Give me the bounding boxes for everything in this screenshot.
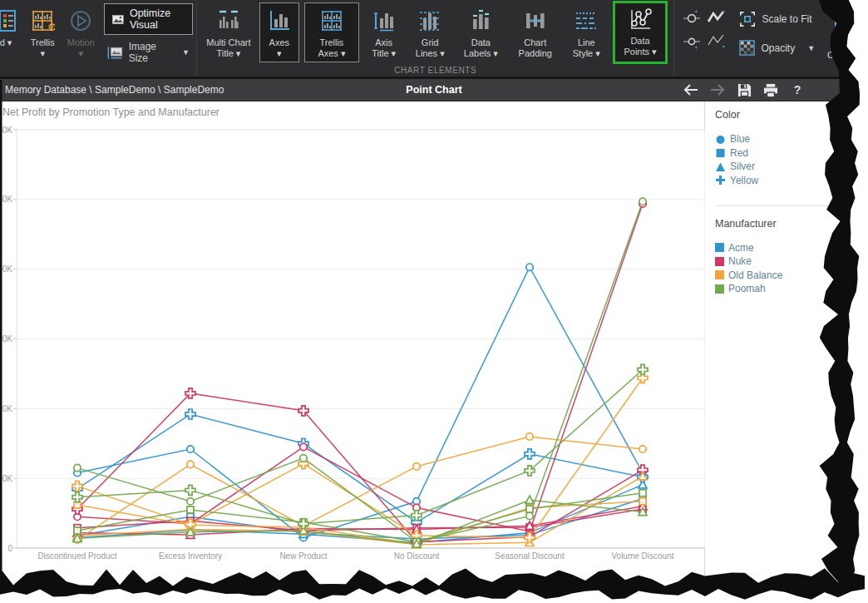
legend-item-acme[interactable]: Acme [715, 241, 868, 255]
svg-text:0: 0 [7, 544, 12, 553]
forward-arrow-icon [709, 83, 726, 96]
chart-canvas[interactable]: Net Profit by Promotion Type and Manufac… [0, 101, 705, 603]
print-button[interactable] [762, 82, 780, 98]
point-chart-plot[interactable]: 010K20K30K40K50K60KDiscontinued ProductE… [0, 123, 705, 579]
titlebar-actions: ? [682, 82, 868, 98]
toolbar-label: Line Style ▾ [569, 37, 604, 59]
svg-text:New Product: New Product [279, 551, 327, 561]
point-size-increase-button[interactable] [681, 7, 703, 27]
scale-to-fit-button[interactable]: Scale to Fit [734, 7, 820, 31]
data-points-icon [628, 7, 653, 32]
line-thicker-icon [707, 8, 727, 25]
save-button[interactable] [735, 82, 753, 98]
chevron-down-icon: ▼ [807, 44, 815, 52]
legend-label: Yellow [730, 175, 758, 186]
svg-text:Excess Inventory: Excess Inventory [159, 551, 222, 561]
legend-manufacturer-header: Manufacturer [715, 218, 868, 230]
toolbar-item-axis-title[interactable]: Axis Title ▾ [362, 2, 405, 62]
plus-marker-icon [715, 175, 726, 185]
toolbar-label: Data Points ▾ [620, 36, 661, 57]
legend-item-old-balance[interactable]: Old Balance [715, 269, 868, 282]
trellis-icon: ⚙ [30, 8, 55, 33]
opacity-button[interactable]: Opacity ▼ [734, 36, 820, 60]
triangle-marker-icon [715, 161, 726, 172]
legend-label: Red [730, 147, 748, 159]
legend-panel: Color Blue Red Silver Yellow Manufacture… [705, 101, 868, 603]
gear-icon: ⚙ [47, 21, 55, 33]
app-window: d ▾ ⚙ Trellis ▾ Motio [0, 0, 868, 603]
square-marker-icon [715, 147, 726, 158]
line-width-decrease-button[interactable] [706, 32, 727, 52]
legend-item-silver[interactable]: Silver [715, 160, 868, 173]
color-swatch [715, 270, 724, 279]
toolbar-label: Axes ▾ [267, 37, 292, 59]
legend-label: Acme [728, 242, 754, 254]
color-swatch [715, 243, 724, 252]
point-smaller-icon [683, 33, 701, 50]
help-button[interactable]: ? [788, 82, 806, 98]
toolbar-stack-visual: Optimize Visual Image Size ▼ [104, 3, 193, 73]
toolbar-item-line-style[interactable]: Line Style ▾ [564, 2, 609, 62]
line-style-icon [574, 8, 599, 33]
legend-item-nuke[interactable]: Nuke [715, 255, 868, 268]
toolbar-label: Motion ▾ [67, 37, 95, 59]
toolbar-label: Grid Lines ▾ [412, 37, 448, 59]
legend-label: Silver [730, 161, 755, 172]
legend-item-blue[interactable]: Blue [715, 132, 868, 146]
toolbar-label: Data Labels ▾ [460, 37, 501, 59]
axes-icon [267, 8, 292, 33]
toolbar-label: d ▾ [0, 37, 12, 48]
legend-color-header: Color [715, 109, 868, 121]
toolbar-label: Multi Chart Title ▾ [206, 37, 251, 59]
axis-title-icon [372, 8, 397, 33]
svg-text:30K: 30K [0, 334, 12, 344]
opacity-icon [739, 40, 755, 56]
gear-icon: ⚙ [845, 22, 856, 35]
legend-item-yellow[interactable]: Yellow [715, 174, 868, 187]
picture-icon [112, 13, 124, 26]
document-titlebar: Memory Database \ SampleDemo \ SampleDem… [0, 77, 868, 101]
chart-padding-icon [523, 8, 548, 33]
back-button[interactable] [682, 82, 700, 98]
line-width-increase-button[interactable] [706, 7, 727, 27]
breadcrumb[interactable]: Memory Database \ SampleDemo \ SampleDem… [5, 84, 224, 96]
multi-chart-title-icon [216, 8, 241, 33]
optimize-visual-button[interactable]: Optimize Visual [104, 3, 193, 35]
toolbar-item-data-labels[interactable]: Data Labels ▾ [455, 2, 506, 62]
toolbar-item-trellis[interactable]: ⚙ Trellis ▾ [25, 2, 60, 74]
chart-elements-group: Multi Chart Title ▾ Axes ▾ [196, 0, 673, 77]
optimize-visual-label: Optimize Visual [130, 7, 185, 31]
toolbar-item-multi-chart-title[interactable]: Multi Chart Title ▾ [201, 2, 256, 62]
forward-button[interactable] [708, 82, 727, 98]
color-swatch [715, 284, 724, 294]
opacity-label: Opacity [761, 42, 795, 54]
grid-lines-icon [417, 8, 442, 33]
legend-item-poomah[interactable]: Poomah [715, 282, 868, 295]
point-size-decrease-button[interactable] [681, 32, 703, 52]
toolbar-item-axes[interactable]: Axes ▾ [259, 2, 299, 62]
toolbar-item-trellis-axes[interactable]: Trellis Axes ▾ [304, 2, 359, 62]
color-swatch [715, 257, 724, 266]
point-bigger-icon [683, 8, 701, 25]
toolbar-label: Trellis ▾ [30, 37, 55, 59]
toolbar-item-grid-lines[interactable]: Grid Lines ▾ [407, 2, 453, 62]
toolbar-item-motion[interactable]: Motion ▾ [62, 2, 100, 74]
save-icon [737, 83, 752, 97]
svg-text:Discontinued Product: Discontinued Product [37, 551, 116, 561]
toolbar-item-chart-padding[interactable]: Chart Padding [508, 2, 562, 62]
toolbar-label: Axis Title ▾ [367, 37, 400, 59]
toolbar-item-axis-options[interactable]: ⚙ Axis Options ▾ [822, 4, 864, 62]
toolbar-item-legend-partial[interactable]: d ▾ [0, 2, 23, 74]
toolbar-item-data-points[interactable]: Data Points ▾ [613, 1, 668, 64]
toolbar-label: Trellis Axes ▾ [312, 37, 352, 59]
svg-text:60K: 60K [0, 126, 12, 135]
svg-text:No Discount: No Discount [394, 551, 440, 561]
scale-to-fit-icon [739, 11, 756, 27]
scale-to-fit-label: Scale to Fit [762, 13, 811, 25]
legend-item-red[interactable]: Red [715, 146, 868, 160]
chevron-down-icon: ▼ [182, 48, 190, 57]
image-size-button[interactable]: Image Size ▼ [104, 35, 193, 64]
back-arrow-icon [683, 83, 699, 96]
svg-text:Seasonal Discount: Seasonal Discount [495, 551, 565, 561]
svg-text:40K: 40K [0, 264, 12, 274]
